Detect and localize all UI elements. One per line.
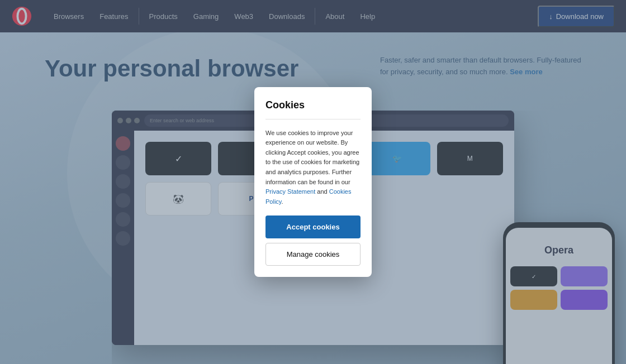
page-background: Browsers Features Products Gaming Web3 D… (0, 0, 626, 364)
cookie-modal-divider (265, 119, 361, 119)
cookie-modal: Cookies We use cookies to improve your e… (254, 87, 372, 277)
cookie-modal-body: We use cookies to improve your experienc… (265, 128, 361, 207)
manage-cookies-button[interactable]: Manage cookies (265, 243, 361, 266)
accept-cookies-button[interactable]: Accept cookies (265, 215, 361, 238)
cookie-modal-inner: Cookies We use cookies to improve your e… (254, 87, 372, 277)
cookie-conjunction: and (315, 188, 329, 195)
modal-overlay: Cookies We use cookies to improve your e… (0, 0, 626, 364)
cookie-period: . (282, 198, 283, 205)
cookie-body-text: We use cookies to improve your experienc… (265, 130, 359, 185)
cookie-modal-title: Cookies (265, 99, 361, 111)
privacy-statement-link[interactable]: Privacy Statement (265, 188, 315, 195)
